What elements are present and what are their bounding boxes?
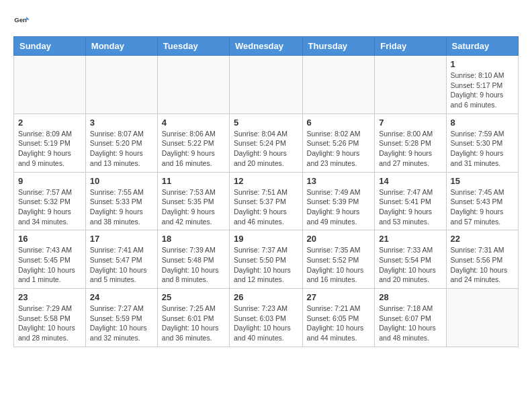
calendar-cell: 12Sunrise: 7:51 AM Sunset: 5:37 PM Dayli… (230, 172, 303, 230)
calendar-cell: 10Sunrise: 7:55 AM Sunset: 5:33 PM Dayli… (85, 172, 157, 230)
calendar-week-row: 2Sunrise: 8:09 AM Sunset: 5:19 PM Daylig… (14, 113, 519, 172)
day-info: Sunrise: 7:29 AM Sunset: 5:58 PM Dayligh… (18, 304, 81, 343)
calendar-cell: 15Sunrise: 7:45 AM Sunset: 5:43 PM Dayli… (446, 172, 518, 230)
calendar-cell: 24Sunrise: 7:27 AM Sunset: 5:59 PM Dayli… (85, 289, 157, 347)
header-saturday: Saturday (446, 37, 518, 56)
calendar-cell (157, 56, 229, 114)
calendar-week-row: 16Sunrise: 7:43 AM Sunset: 5:45 PM Dayli… (14, 230, 519, 289)
calendar-cell: 25Sunrise: 7:25 AM Sunset: 6:01 PM Dayli… (157, 289, 229, 347)
day-info: Sunrise: 7:51 AM Sunset: 5:37 PM Dayligh… (234, 187, 298, 227)
day-info: Sunrise: 8:04 AM Sunset: 5:24 PM Dayligh… (234, 129, 298, 169)
header-sunday: Sunday (14, 37, 86, 56)
day-number: 10 (90, 176, 153, 186)
svg-text:Gen: Gen (14, 16, 27, 24)
calendar-cell: 3Sunrise: 8:07 AM Sunset: 5:20 PM Daylig… (85, 113, 157, 172)
svg-marker-1 (26, 17, 30, 20)
day-number: 5 (234, 118, 298, 128)
day-info: Sunrise: 8:10 AM Sunset: 5:17 PM Dayligh… (451, 71, 514, 110)
day-number: 4 (162, 118, 225, 128)
header-wednesday: Wednesday (230, 37, 303, 56)
day-number: 26 (234, 292, 298, 302)
day-number: 2 (18, 118, 81, 128)
calendar-cell: 6Sunrise: 8:02 AM Sunset: 5:26 PM Daylig… (302, 113, 375, 172)
calendar-cell (230, 56, 303, 114)
day-info: Sunrise: 7:39 AM Sunset: 5:48 PM Dayligh… (162, 245, 225, 285)
day-number: 22 (451, 234, 514, 244)
calendar-cell: 18Sunrise: 7:39 AM Sunset: 5:48 PM Dayli… (157, 230, 229, 289)
header: Gen (13, 13, 519, 30)
calendar-cell: 1Sunrise: 8:10 AM Sunset: 5:17 PM Daylig… (446, 56, 518, 114)
calendar-week-row: 9Sunrise: 7:57 AM Sunset: 5:32 PM Daylig… (14, 172, 519, 230)
day-number: 19 (234, 234, 298, 244)
logo-icon: Gen (13, 13, 30, 30)
day-info: Sunrise: 7:23 AM Sunset: 6:03 PM Dayligh… (234, 304, 298, 343)
day-number: 27 (307, 292, 371, 302)
day-info: Sunrise: 7:35 AM Sunset: 5:52 PM Dayligh… (307, 245, 371, 285)
day-number: 1 (451, 59, 514, 69)
day-info: Sunrise: 7:57 AM Sunset: 5:32 PM Dayligh… (18, 187, 81, 227)
calendar-cell (375, 56, 446, 114)
day-number: 9 (18, 176, 81, 186)
calendar-cell: 7Sunrise: 8:00 AM Sunset: 5:28 PM Daylig… (375, 113, 446, 172)
logo: Gen (13, 13, 32, 30)
calendar-cell (14, 56, 86, 114)
day-number: 21 (379, 234, 441, 244)
day-number: 28 (379, 292, 441, 302)
day-number: 16 (18, 234, 81, 244)
calendar-header-row: Sunday Monday Tuesday Wednesday Thursday… (14, 37, 519, 56)
day-number: 23 (18, 292, 81, 302)
calendar-cell (446, 289, 518, 347)
header-friday: Friday (375, 37, 446, 56)
day-info: Sunrise: 7:33 AM Sunset: 5:54 PM Dayligh… (379, 245, 441, 285)
calendar-cell: 27Sunrise: 7:21 AM Sunset: 6:05 PM Dayli… (302, 289, 375, 347)
day-info: Sunrise: 8:06 AM Sunset: 5:22 PM Dayligh… (162, 129, 225, 169)
calendar-cell: 5Sunrise: 8:04 AM Sunset: 5:24 PM Daylig… (230, 113, 303, 172)
day-number: 24 (90, 292, 153, 302)
day-info: Sunrise: 8:02 AM Sunset: 5:26 PM Dayligh… (307, 129, 371, 169)
day-number: 13 (307, 176, 371, 186)
calendar-cell: 21Sunrise: 7:33 AM Sunset: 5:54 PM Dayli… (375, 230, 446, 289)
day-number: 15 (451, 176, 514, 186)
day-info: Sunrise: 7:45 AM Sunset: 5:43 PM Dayligh… (451, 187, 514, 227)
calendar-cell: 28Sunrise: 7:18 AM Sunset: 6:07 PM Dayli… (375, 289, 446, 347)
day-info: Sunrise: 7:41 AM Sunset: 5:47 PM Dayligh… (90, 245, 153, 285)
calendar-cell: 23Sunrise: 7:29 AM Sunset: 5:58 PM Dayli… (14, 289, 86, 347)
day-info: Sunrise: 7:55 AM Sunset: 5:33 PM Dayligh… (90, 187, 153, 227)
day-info: Sunrise: 8:09 AM Sunset: 5:19 PM Dayligh… (18, 129, 81, 169)
calendar-cell: 4Sunrise: 8:06 AM Sunset: 5:22 PM Daylig… (157, 113, 229, 172)
day-info: Sunrise: 7:43 AM Sunset: 5:45 PM Dayligh… (18, 245, 81, 285)
day-info: Sunrise: 7:21 AM Sunset: 6:05 PM Dayligh… (307, 304, 371, 343)
day-info: Sunrise: 8:00 AM Sunset: 5:28 PM Dayligh… (379, 129, 441, 169)
header-monday: Monday (85, 37, 157, 56)
day-info: Sunrise: 7:53 AM Sunset: 5:35 PM Dayligh… (162, 187, 225, 227)
calendar-cell: 8Sunrise: 7:59 AM Sunset: 5:30 PM Daylig… (446, 113, 518, 172)
calendar-cell: 13Sunrise: 7:49 AM Sunset: 5:39 PM Dayli… (302, 172, 375, 230)
calendar-table: Sunday Monday Tuesday Wednesday Thursday… (13, 36, 519, 347)
calendar-cell (85, 56, 157, 114)
day-info: Sunrise: 7:47 AM Sunset: 5:41 PM Dayligh… (379, 187, 441, 227)
day-number: 6 (307, 118, 371, 128)
calendar-cell: 17Sunrise: 7:41 AM Sunset: 5:47 PM Dayli… (85, 230, 157, 289)
calendar-cell (302, 56, 375, 114)
calendar-week-row: 1Sunrise: 8:10 AM Sunset: 5:17 PM Daylig… (14, 56, 519, 114)
day-info: Sunrise: 7:25 AM Sunset: 6:01 PM Dayligh… (162, 304, 225, 343)
day-number: 8 (451, 118, 514, 128)
calendar-cell: 14Sunrise: 7:47 AM Sunset: 5:41 PM Dayli… (375, 172, 446, 230)
day-info: Sunrise: 7:59 AM Sunset: 5:30 PM Dayligh… (451, 129, 514, 169)
day-info: Sunrise: 7:27 AM Sunset: 5:59 PM Dayligh… (90, 304, 153, 343)
day-number: 7 (379, 118, 441, 128)
calendar-cell: 20Sunrise: 7:35 AM Sunset: 5:52 PM Dayli… (302, 230, 375, 289)
day-info: Sunrise: 7:31 AM Sunset: 5:56 PM Dayligh… (451, 245, 514, 285)
day-info: Sunrise: 7:18 AM Sunset: 6:07 PM Dayligh… (379, 304, 441, 343)
day-info: Sunrise: 8:07 AM Sunset: 5:20 PM Dayligh… (90, 129, 153, 169)
day-number: 12 (234, 176, 298, 186)
calendar-cell: 22Sunrise: 7:31 AM Sunset: 5:56 PM Dayli… (446, 230, 518, 289)
calendar-cell: 9Sunrise: 7:57 AM Sunset: 5:32 PM Daylig… (14, 172, 86, 230)
calendar-week-row: 23Sunrise: 7:29 AM Sunset: 5:58 PM Dayli… (14, 289, 519, 347)
day-number: 14 (379, 176, 441, 186)
calendar-cell: 19Sunrise: 7:37 AM Sunset: 5:50 PM Dayli… (230, 230, 303, 289)
day-number: 11 (162, 176, 225, 186)
header-tuesday: Tuesday (157, 37, 229, 56)
day-info: Sunrise: 7:49 AM Sunset: 5:39 PM Dayligh… (307, 187, 371, 227)
day-number: 18 (162, 234, 225, 244)
